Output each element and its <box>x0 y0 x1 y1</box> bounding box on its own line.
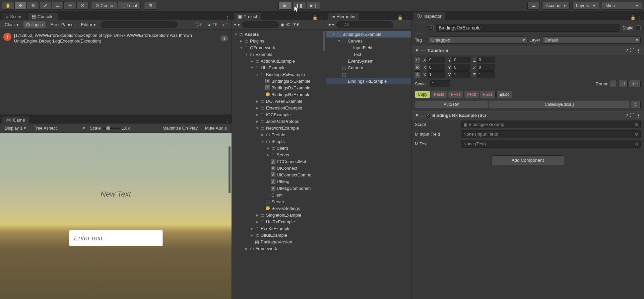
tree-row[interactable]: ⬚Camera <box>326 64 411 71</box>
log-entry[interactable]: ! [17:29:52] WWWErrorException: Exceptio… <box>2 31 230 46</box>
loc-button[interactable]: ▣Loc <box>496 91 512 98</box>
tree-row[interactable]: ▶🗀SingletonExample <box>232 212 326 218</box>
input-field-ref[interactable]: None (Input Field)⊙ <box>461 130 641 138</box>
tree-row[interactable]: ⬚Text <box>326 51 411 58</box>
tab-menu-icon[interactable]: ⋮ <box>320 15 324 20</box>
info-badge[interactable]: ⓘ 0 <box>193 22 204 28</box>
filter-by-type-icon[interactable]: ◆ <box>281 22 284 27</box>
maximize-toggle[interactable]: Maximize On Play <box>160 125 200 131</box>
tree-row[interactable]: ▶🗀ExtensionExample <box>232 104 326 111</box>
help-icon[interactable]: ? <box>626 48 628 53</box>
tree-row[interactable]: #UIConnectCompo <box>232 171 326 178</box>
script-field[interactable]: ▣ BindingsRxExamp⊙ <box>461 121 641 128</box>
tree-row[interactable]: ▶🗀ActionKitExample <box>232 58 326 64</box>
static-checkbox[interactable] <box>636 25 641 30</box>
lock-icon[interactable]: 🔒 <box>312 15 318 20</box>
filter-by-label-icon[interactable]: 🏷 <box>286 22 291 27</box>
hidden-count[interactable]: 👁6 <box>293 22 299 27</box>
pos-z[interactable] <box>477 57 495 63</box>
tree-row[interactable]: ⬚Server <box>232 198 326 205</box>
rect-tool[interactable]: ▭ <box>52 2 64 10</box>
clear-button[interactable]: Clear ▾ <box>2 21 21 28</box>
paste-button[interactable]: Paste <box>431 91 447 98</box>
tree-row[interactable]: ▼🗀NetworkExample <box>232 125 326 131</box>
tree-row[interactable]: ▼🗀Assets <box>232 31 326 38</box>
tree-row[interactable]: ⬚EventSystem <box>326 58 411 64</box>
preset-icon[interactable]: ⛶ <box>630 113 634 118</box>
pos-y[interactable] <box>452 57 470 63</box>
scale-slider[interactable] <box>103 128 120 129</box>
gameobject-icon[interactable]: ⬚ <box>415 22 426 33</box>
play-button[interactable]: ▶ <box>278 2 292 10</box>
cloud-button[interactable]: ☁ <box>527 2 539 10</box>
tree-row[interactable]: ▶🗀JsonPathProtobuf <box>232 118 326 125</box>
tree-row[interactable]: #UIMsgComponen <box>232 185 326 192</box>
hierarchy-tree[interactable]: ▼⬚BindingsRxExample▼⬚Canvas⬚InputField⬚T… <box>326 29 411 299</box>
scale-uniform-input[interactable] <box>430 80 450 87</box>
calledby-button[interactable]: CalledByEditor() <box>489 101 630 108</box>
ppos-button[interactable]: PPos <box>448 91 464 98</box>
tree-row[interactable]: ▼⬚BindingsRxExample <box>326 31 411 38</box>
tab-menu-icon[interactable]: ⋮ <box>225 119 230 124</box>
round-dot-button[interactable]: . <box>610 80 617 87</box>
tree-row[interactable]: ⬚InputField <box>326 44 411 51</box>
tree-row[interactable]: ▶🗀IOCExample <box>232 111 326 118</box>
tree-row[interactable]: ▶🗀Server <box>232 151 326 158</box>
layer-dropdown[interactable]: Default▾ <box>542 36 641 44</box>
tree-row[interactable]: ▶🗀ResKitExample <box>232 225 326 232</box>
console-search[interactable] <box>101 21 178 28</box>
tree-row[interactable]: ▶🗀DOTweenExample <box>232 98 326 104</box>
scale-tool[interactable]: ⤢ <box>39 2 51 10</box>
pivot-center-toggle[interactable]: ⊙Center <box>92 2 117 10</box>
menu-icon[interactable]: ⋮ <box>636 48 641 53</box>
create-button[interactable]: + ▾ <box>328 22 334 27</box>
tab-hierarchy[interactable]: ≡ Hierarchy <box>328 13 359 20</box>
c-button[interactable]: c <box>631 101 641 108</box>
error-badge[interactable]: ● 1 <box>221 22 230 27</box>
tab-menu-icon[interactable]: ⋮ <box>405 15 409 20</box>
pivot-local-toggle[interactable]: ⬚Local <box>118 2 141 10</box>
layers-dropdown[interactable]: Layers▾ <box>572 2 599 10</box>
gameobject-name-input[interactable] <box>436 24 620 32</box>
tag-dropdown[interactable]: Untagged▾ <box>429 36 527 44</box>
display-dropdown[interactable]: Display 1 ▾ <box>2 125 29 131</box>
rot-z[interactable] <box>477 64 495 71</box>
rot-y[interactable] <box>452 64 470 71</box>
tab-game[interactable]: 🎮 Game <box>2 117 29 124</box>
error-pause-toggle[interactable]: Error Pause <box>48 21 76 28</box>
tab-scene[interactable]: # Scene <box>2 13 26 20</box>
psca-button[interactable]: PSca <box>480 91 496 98</box>
tab-inspector[interactable]: ⓘ Inspector <box>413 12 445 20</box>
tree-row[interactable]: ▼⬚Canvas <box>326 38 411 44</box>
editor-dropdown[interactable]: Editor ▾ <box>78 21 99 28</box>
tree-row[interactable]: ▼🗀QFramework <box>232 44 326 51</box>
round-0-button[interactable]: .0 <box>618 80 628 87</box>
collapse-toggle[interactable]: Collapse <box>23 21 46 28</box>
tree-row[interactable]: BindingsRxExample: <box>232 91 326 98</box>
tab-project[interactable]: ▣ Project <box>234 13 261 20</box>
rot-x[interactable] <box>428 64 445 71</box>
tree-row[interactable]: ▶🗀UniRxExample <box>232 218 326 225</box>
tree-row[interactable]: ⬚Client <box>232 192 326 198</box>
aspect-dropdown[interactable]: Free Aspect ▾ <box>31 125 88 131</box>
tree-row[interactable]: #UIMsg <box>232 178 326 185</box>
round-00-button[interactable]: .00 <box>629 80 641 87</box>
tree-row[interactable]: ⬚BindingsRxExample <box>326 78 411 84</box>
tree-row[interactable]: #PCConnectMobil <box>232 158 326 165</box>
custom-tool[interactable]: ✕ <box>76 2 88 10</box>
tree-row[interactable]: #BindingsRxExample <box>232 78 326 84</box>
create-button[interactable]: + ▾ <box>234 22 240 27</box>
project-search[interactable] <box>242 21 279 28</box>
tree-row[interactable]: ▶🗀UIKitExample <box>232 232 326 238</box>
text-field-ref[interactable]: None (Text)⊙ <box>461 140 641 148</box>
snap-toggle[interactable]: ⊞ <box>144 2 156 10</box>
layout-dropdown[interactable]: Mine▾ <box>602 2 642 10</box>
tree-row[interactable]: ⬚--------------------- <box>326 71 411 78</box>
component-enabled-checkbox[interactable]: ✓ <box>426 113 430 118</box>
add-component-button[interactable]: Add Component <box>491 155 564 165</box>
tree-row[interactable]: #BindingsRxExample <box>232 84 326 91</box>
tree-row[interactable]: ServerSettings <box>232 205 326 212</box>
tree-row[interactable]: #UIConnect <box>232 165 326 171</box>
hand-tool[interactable]: ✋ <box>2 2 14 10</box>
tab-menu-icon[interactable]: ⋮ <box>225 15 230 20</box>
